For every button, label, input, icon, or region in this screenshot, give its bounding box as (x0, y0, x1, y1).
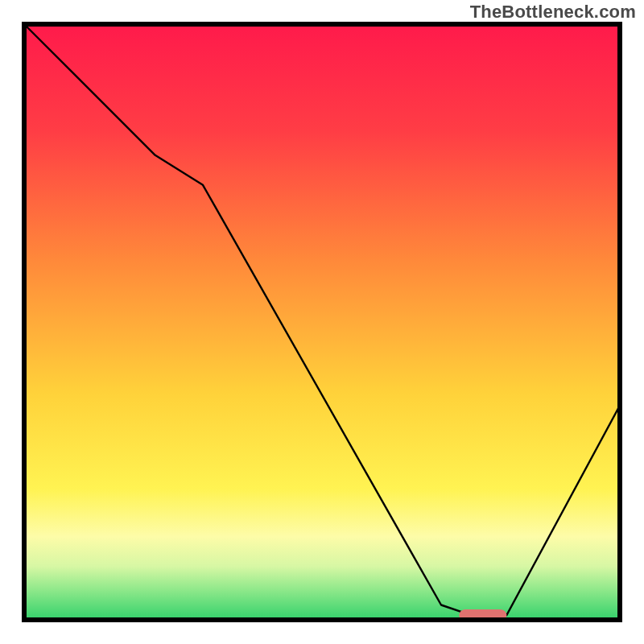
chart-container: { "watermark": "TheBottleneck.com", "mar… (0, 0, 644, 644)
watermark-text: TheBottleneck.com (470, 2, 636, 23)
plot-inner (24, 24, 620, 621)
bottleneck-chart (0, 0, 644, 644)
